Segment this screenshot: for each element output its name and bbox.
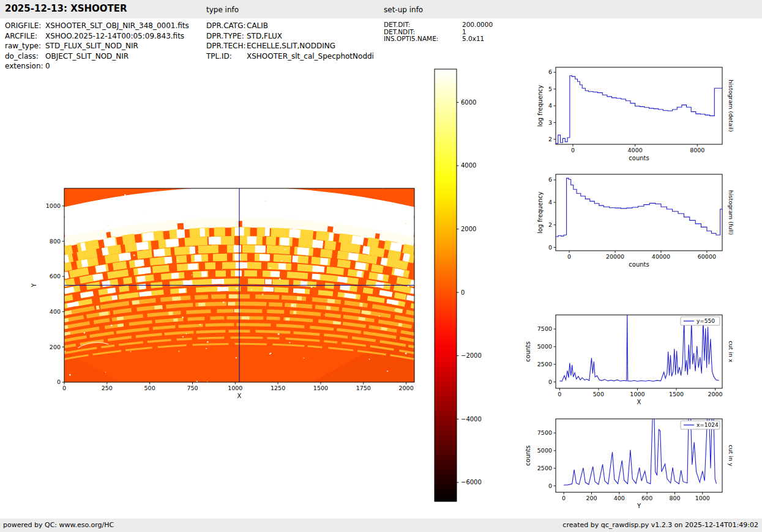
hot-pixel (291, 305, 293, 306)
x-axis-label: counts (629, 155, 649, 161)
hot-pixel (324, 314, 324, 315)
histogram-full-chart-line (556, 178, 722, 237)
y-tick-label: 1000 (46, 202, 61, 209)
hot-pixel (311, 286, 313, 288)
y-tick-label: 5000 (537, 447, 552, 454)
hot-pixel (285, 249, 286, 250)
right-side-label: cut in y (728, 445, 734, 467)
hot-pixel (236, 357, 237, 358)
charts-canvas: 0250500750100012501500175020000200400600… (0, 0, 762, 519)
y-tick-label: 0 (548, 482, 552, 489)
x-tick-label: 500 (593, 391, 604, 397)
y-axis-label: Y (31, 283, 37, 288)
footer-bar: powered by QC: www.eso.org/HC created by… (0, 519, 762, 532)
histogram-full-chart: 02000040000600000246countslog frequencyh… (537, 174, 734, 268)
right-side-label: histogram (full) (728, 190, 734, 235)
colorbar-tick-label: −6000 (461, 479, 482, 486)
y-tick-label: 0 (548, 244, 552, 251)
histogram-detail-chart-line (556, 76, 722, 144)
x-tick-label: 1750 (356, 385, 371, 391)
hot-pixel (79, 218, 80, 218)
y-tick-label: 800 (50, 238, 61, 245)
y-axis-label: log frequency (537, 85, 543, 127)
hot-pixel (133, 254, 135, 256)
colorbar-tick-label: −4000 (461, 416, 482, 423)
x-tick-label: 0 (558, 391, 561, 397)
hot-pixel (291, 242, 292, 243)
x-tick-label: 1000 (228, 385, 242, 391)
hot-pixel (269, 267, 271, 268)
hot-pixel (387, 371, 388, 372)
hot-pixel (222, 269, 222, 270)
hot-pixel (385, 233, 386, 234)
colorbar: 6000400020000−2000−4000−6000 (435, 69, 482, 501)
x-tick-label: 1500 (669, 391, 684, 397)
x-tick-label: 1500 (313, 385, 328, 391)
y-tick-label: 400 (50, 308, 61, 315)
hot-pixel (200, 324, 201, 325)
legend-label: y=550 (697, 318, 715, 324)
hot-pixel (143, 214, 144, 215)
x-tick-label: 0 (562, 495, 566, 501)
x-tick-label: 4000 (628, 147, 643, 153)
y-tick-label: 4 (548, 102, 552, 109)
hot-pixel (293, 237, 294, 237)
qc-report-page: 2025-12-13: XSHOOTER type info set-up in… (0, 0, 762, 532)
detector-image (64, 188, 414, 382)
hot-pixel (397, 278, 398, 279)
colorbar-tick-label: 4000 (461, 162, 476, 169)
hot-pixel (303, 358, 304, 359)
hot-pixel (400, 231, 402, 233)
hot-pixel (177, 260, 179, 261)
hot-pixel (107, 224, 108, 226)
y-tick-label: 2 (548, 221, 552, 228)
plot-frame (556, 419, 722, 492)
x-axis-label: Y (637, 503, 641, 509)
y-tick-label: 7500 (537, 429, 552, 436)
colorbar-tick-label: 0 (461, 289, 465, 296)
hot-pixel (156, 209, 158, 211)
x-tick-label: 500 (144, 385, 155, 391)
hot-pixel (162, 308, 163, 309)
x-tick-label: 1000 (695, 495, 710, 501)
x-tick-label: 0 (571, 147, 575, 153)
x-tick-label: 20000 (606, 253, 624, 260)
x-tick-label: 1250 (271, 385, 285, 391)
hot-pixel (178, 350, 179, 352)
hot-pixel (394, 309, 395, 311)
hot-pixel (207, 341, 209, 343)
hot-pixel (269, 353, 271, 355)
x-tick-label: 8000 (690, 147, 704, 153)
x-tick-label: 60000 (698, 253, 716, 260)
hot-pixel (130, 351, 132, 352)
right-side-label: cut in x (728, 341, 734, 363)
hot-pixel (195, 219, 197, 221)
hot-pixel (318, 198, 318, 198)
hot-pixel (412, 221, 413, 223)
main-image-chart: 0250500750100012501500175020000200400600… (31, 188, 414, 399)
y-axis-label: log frequency (537, 191, 543, 234)
x-tick-label: 2000 (708, 391, 722, 397)
y-tick-label: 5000 (537, 343, 552, 350)
y-axis-label: counts (525, 445, 531, 465)
hot-pixel (405, 353, 407, 355)
cut-in-y-chart: 020040060080010000250050007500Ycountscut… (525, 417, 734, 510)
hot-pixel (356, 264, 357, 265)
legend-label: x=1024 (697, 422, 719, 428)
x-tick-label: 400 (614, 495, 625, 501)
colorbar-tick-label: 6000 (461, 99, 476, 106)
y-tick-label: 6 (548, 68, 552, 75)
x-tick-label: 40000 (652, 253, 670, 260)
footer-created-by: created by qc_rawdisp.py v1.2.3 on 2025-… (562, 521, 758, 529)
hot-pixel (248, 319, 249, 320)
y-tick-label: 5 (548, 86, 552, 92)
hot-pixel (373, 205, 375, 206)
hot-pixel (281, 260, 282, 261)
y-tick-label: 3 (548, 119, 552, 126)
x-tick-label: 750 (187, 385, 198, 391)
hot-pixel (182, 317, 184, 319)
x-tick-label: 0 (62, 385, 66, 391)
hot-pixel (369, 359, 370, 360)
x-axis-label: X (237, 393, 242, 399)
hot-pixel (69, 374, 71, 376)
